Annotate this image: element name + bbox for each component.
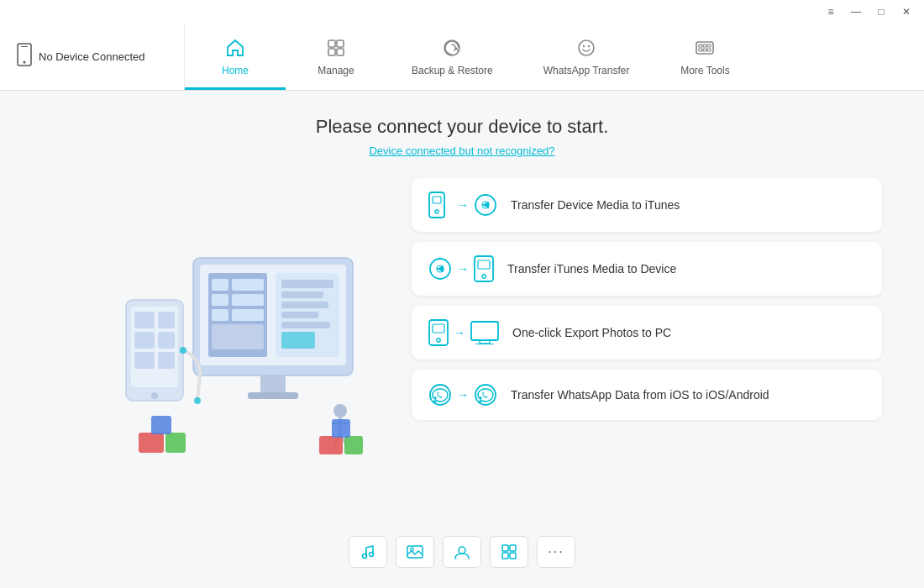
svg-rect-11 [696, 42, 713, 54]
svg-point-10 [588, 45, 590, 46]
svg-point-45 [151, 392, 158, 399]
svg-rect-35 [260, 375, 286, 394]
svg-rect-74 [475, 344, 494, 344]
device-status: No Device Connected [0, 24, 185, 90]
tab-whatsapp-label: WhatsApp Transfer [543, 65, 630, 76]
tab-more-tools[interactable]: More Tools [654, 24, 755, 90]
svg-point-9 [583, 45, 585, 46]
tab-manage-label: Manage [318, 65, 354, 76]
tab-home[interactable]: Home [185, 24, 286, 90]
toolbar-photos-btn[interactable] [396, 536, 434, 568]
svg-rect-36 [248, 392, 298, 399]
svg-rect-70 [433, 324, 444, 333]
svg-point-8 [579, 40, 594, 55]
svg-rect-4 [337, 40, 344, 47]
svg-rect-44 [158, 352, 175, 369]
svg-point-78 [370, 553, 374, 557]
svg-rect-84 [502, 553, 508, 559]
tab-backup-label: Backup & Restore [412, 65, 493, 76]
device-status-label: No Device Connected [39, 50, 144, 63]
svg-rect-33 [281, 322, 330, 328]
tab-more-tools-label: More Tools [680, 65, 729, 76]
feature-card-itunes-to-device[interactable]: → Transfer iTunes Media to Device [412, 242, 882, 296]
svg-rect-22 [232, 279, 264, 291]
svg-point-77 [363, 554, 367, 559]
svg-rect-31 [281, 302, 328, 308]
svg-point-68 [482, 275, 486, 278]
minimize-button[interactable]: — [845, 3, 867, 20]
svg-rect-2 [21, 46, 28, 47]
svg-rect-16 [703, 49, 706, 51]
svg-rect-24 [232, 294, 264, 306]
feature-card-whatsapp[interactable]: → Transfer WhatsApp Data from iOS to iOS… [412, 370, 882, 420]
content-area: → Transfer Device Media to iTunes [42, 174, 882, 526]
backup-icon [442, 38, 462, 61]
svg-rect-3 [328, 40, 335, 47]
card-label-itunes-to-device: Transfer iTunes Media to Device [507, 262, 676, 276]
bottom-toolbar: ··· [349, 526, 575, 571]
menu-button[interactable]: ≡ [820, 3, 842, 20]
toolbar-more-btn[interactable]: ··· [537, 536, 575, 568]
svg-rect-41 [134, 332, 155, 349]
whatsapp-icon [576, 38, 596, 61]
svg-rect-52 [344, 436, 363, 454]
home-icon [225, 38, 245, 61]
svg-rect-29 [281, 280, 333, 288]
svg-rect-67 [478, 260, 490, 269]
svg-rect-72 [471, 322, 498, 340]
title-bar: ≡ — □ ✕ [0, 0, 924, 24]
svg-point-57 [180, 347, 186, 354]
more-tools-icon [695, 38, 715, 61]
svg-rect-17 [707, 49, 711, 51]
tab-backup[interactable]: Backup & Restore [386, 24, 518, 90]
tab-home-label: Home [222, 65, 249, 76]
svg-rect-83 [510, 545, 516, 551]
svg-rect-56 [151, 416, 171, 434]
toolbar-contacts-btn[interactable] [443, 536, 481, 568]
main-content: Please connect your device to start. Dev… [0, 91, 924, 588]
tab-manage[interactable]: Manage [286, 24, 386, 90]
svg-rect-34 [281, 332, 315, 349]
card-icon-itunes-to-device: → [428, 255, 494, 282]
card-icon-whatsapp: → [428, 383, 497, 407]
svg-rect-43 [134, 352, 155, 369]
toolbar-music-btn[interactable] [349, 536, 387, 568]
svg-rect-82 [502, 545, 508, 551]
svg-rect-27 [212, 324, 264, 349]
svg-rect-60 [433, 197, 441, 203]
svg-point-61 [435, 210, 438, 213]
svg-rect-51 [319, 436, 343, 454]
svg-rect-23 [212, 294, 228, 306]
svg-rect-40 [158, 312, 175, 328]
manage-icon [326, 38, 346, 61]
toolbar-apps-btn[interactable] [490, 536, 528, 568]
card-icon-photos-to-pc: → [428, 319, 499, 346]
svg-rect-54 [139, 433, 164, 453]
svg-point-46 [333, 404, 347, 417]
connect-link[interactable]: Device connected but not recognized? [369, 144, 554, 157]
feature-cards: → Transfer Device Media to iTunes [412, 174, 882, 526]
feature-card-photos-to-pc[interactable]: → One-click Export Photos to PC [412, 306, 882, 360]
tab-whatsapp[interactable]: WhatsApp Transfer [518, 24, 655, 90]
svg-rect-13 [703, 45, 706, 47]
svg-point-71 [437, 339, 440, 342]
window-controls: ≡ — □ ✕ [820, 3, 917, 20]
svg-rect-73 [480, 340, 490, 344]
svg-rect-55 [165, 433, 186, 453]
svg-rect-21 [212, 279, 228, 291]
close-button[interactable]: ✕ [895, 3, 917, 20]
nav-tabs: Home Manage [185, 24, 924, 90]
svg-rect-85 [510, 553, 516, 559]
svg-rect-14 [707, 45, 711, 47]
svg-point-80 [411, 548, 414, 551]
feature-card-media-to-itunes[interactable]: → Transfer Device Media to iTunes [412, 178, 882, 232]
svg-point-7 [444, 40, 459, 55]
card-icon-media-to-itunes: → [428, 192, 497, 218]
device-icon [17, 43, 32, 71]
svg-rect-30 [281, 291, 323, 298]
connect-title: Please connect your device to start. [316, 116, 609, 138]
svg-point-81 [459, 547, 465, 554]
card-label-media-to-itunes: Transfer Device Media to iTunes [511, 198, 680, 212]
maximize-button[interactable]: □ [870, 3, 892, 20]
svg-rect-5 [328, 49, 335, 55]
